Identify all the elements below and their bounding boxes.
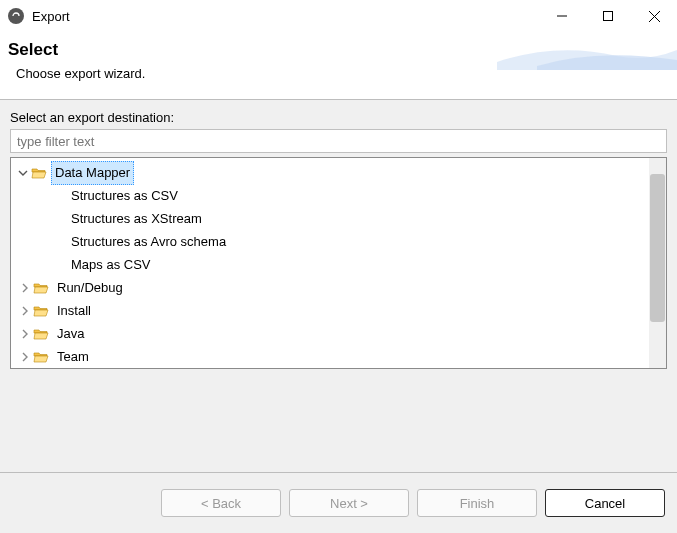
tree-node-label: Install [53, 299, 95, 323]
destination-label: Select an export destination: [10, 110, 667, 125]
tree-leaf-structures-avro[interactable]: Structures as Avro schema [13, 230, 666, 253]
folder-icon [33, 303, 49, 319]
chevron-down-icon[interactable] [15, 168, 31, 178]
folder-icon [33, 349, 49, 365]
app-icon [8, 8, 24, 24]
chevron-right-icon[interactable] [17, 306, 33, 316]
filter-input[interactable] [10, 129, 667, 153]
wizard-heading: Select [8, 40, 663, 60]
close-button[interactable] [631, 0, 677, 32]
export-wizard-window: Export Select Choose export wizard. Sele… [0, 0, 677, 533]
svg-rect-2 [604, 12, 613, 21]
finish-button[interactable]: Finish [417, 489, 537, 517]
folder-icon [33, 326, 49, 342]
wizard-footer: < Back Next > Finish Cancel [0, 473, 677, 533]
minimize-icon [557, 11, 567, 21]
tree-leaf-label: Maps as CSV [71, 254, 150, 276]
tree-node-data-mapper[interactable]: Data Mapper [13, 161, 666, 184]
maximize-icon [603, 11, 613, 21]
cancel-button[interactable]: Cancel [545, 489, 665, 517]
wizard-body: Select an export destination: Data Mappe… [0, 100, 677, 472]
close-icon [649, 11, 660, 22]
tree-leaf-structures-xstream[interactable]: Structures as XStream [13, 207, 666, 230]
scrollbar-thumb[interactable] [650, 174, 665, 322]
export-tree: Data Mapper Structures as CSV Structures… [10, 157, 667, 369]
tree-node-run-debug[interactable]: Run/Debug [13, 276, 666, 299]
back-button[interactable]: < Back [161, 489, 281, 517]
titlebar: Export [0, 0, 677, 32]
tree-leaf-structures-csv[interactable]: Structures as CSV [13, 184, 666, 207]
tree-scrollbar[interactable] [649, 158, 666, 368]
tree-leaf-label: Structures as Avro schema [71, 231, 226, 253]
tree-leaf-label: Structures as XStream [71, 208, 202, 230]
tree-node-java[interactable]: Java [13, 322, 666, 345]
chevron-right-icon[interactable] [17, 329, 33, 339]
chevron-right-icon[interactable] [17, 283, 33, 293]
folder-icon [33, 280, 49, 296]
maximize-button[interactable] [585, 0, 631, 32]
tree-node-label: Team [53, 345, 93, 369]
next-button[interactable]: Next > [289, 489, 409, 517]
tree-node-label: Java [53, 322, 88, 346]
minimize-button[interactable] [539, 0, 585, 32]
folder-open-icon [31, 165, 47, 181]
window-title: Export [32, 9, 70, 24]
tree-node-label: Run/Debug [53, 276, 127, 300]
tree-node-label: Data Mapper [51, 161, 134, 185]
chevron-right-icon[interactable] [17, 352, 33, 362]
wizard-header: Select Choose export wizard. [0, 32, 677, 99]
tree-node-install[interactable]: Install [13, 299, 666, 322]
wizard-subtitle: Choose export wizard. [16, 66, 663, 81]
tree-leaf-label: Structures as CSV [71, 185, 178, 207]
tree-leaf-maps-csv[interactable]: Maps as CSV [13, 253, 666, 276]
tree-node-team[interactable]: Team [13, 345, 666, 368]
